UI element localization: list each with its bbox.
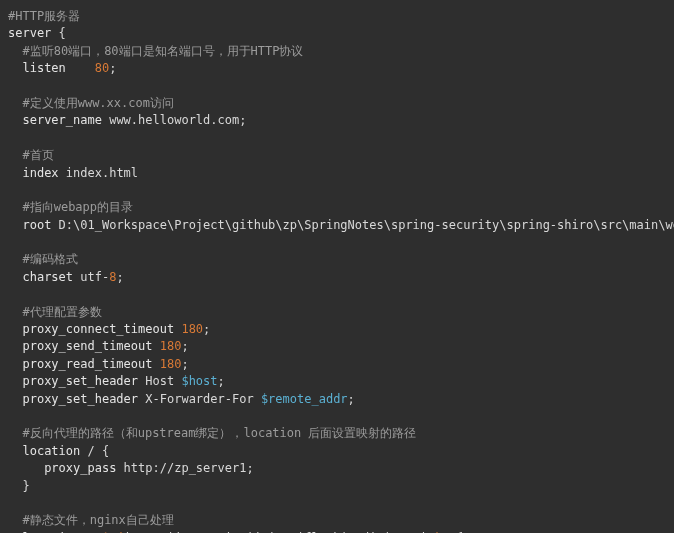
- comment-root: #指向webapp的目录: [22, 200, 133, 214]
- servername-directive: server_name: [22, 113, 101, 127]
- comment-listen: #监听80端口，80端口是知名端口号，用于HTTP协议: [22, 44, 303, 58]
- pread-directive: proxy_read_timeout: [22, 357, 152, 371]
- root-directive: root: [22, 218, 51, 232]
- comment-location-proxy: #反向代理的路径（和upstream绑定），location 后面设置映射的路径: [22, 426, 416, 440]
- comment-http-server: #HTTP服务器: [8, 9, 80, 23]
- pconn-value: 180: [181, 322, 203, 336]
- psend-directive: proxy_send_timeout: [22, 339, 152, 353]
- pread-value: 180: [160, 357, 182, 371]
- servername-value: www.helloworld.com: [109, 113, 239, 127]
- server-directive: server: [8, 26, 51, 40]
- header-xff: X-Forwarder-For: [145, 392, 253, 406]
- location-directive: location: [22, 444, 80, 458]
- location-root: /: [87, 444, 94, 458]
- index-value: index.html: [66, 166, 138, 180]
- comment-servername: #定义使用www.xx.com访问: [22, 96, 173, 110]
- pheader-xff-directive: proxy_set_header: [22, 392, 138, 406]
- header-host: Host: [145, 374, 174, 388]
- comment-proxy: #代理配置参数: [22, 305, 101, 319]
- var-host: $host: [181, 374, 217, 388]
- var-remote: $remote_addr: [261, 392, 348, 406]
- charset-value: utf-: [80, 270, 109, 284]
- comment-index: #首页: [22, 148, 53, 162]
- root-value: D:\01_Workspace\Project\github\zp\Spring…: [59, 218, 674, 232]
- code-block: #HTTP服务器 server { #监听80端口，80端口是知名端口号，用于H…: [8, 8, 666, 533]
- proxypass-url: http://zp_server1: [124, 461, 247, 475]
- pheader-host-directive: proxy_set_header: [22, 374, 138, 388]
- index-directive: index: [22, 166, 58, 180]
- proxypass-directive: proxy_pass: [44, 461, 116, 475]
- listen-directive: listen: [22, 61, 65, 75]
- comment-charset: #编码格式: [22, 252, 77, 266]
- charset-directive: charset: [22, 270, 73, 284]
- listen-port: 80: [95, 61, 109, 75]
- psend-value: 180: [160, 339, 182, 353]
- comment-static: #静态文件，nginx自己处理: [22, 513, 173, 527]
- pconn-directive: proxy_connect_timeout: [22, 322, 174, 336]
